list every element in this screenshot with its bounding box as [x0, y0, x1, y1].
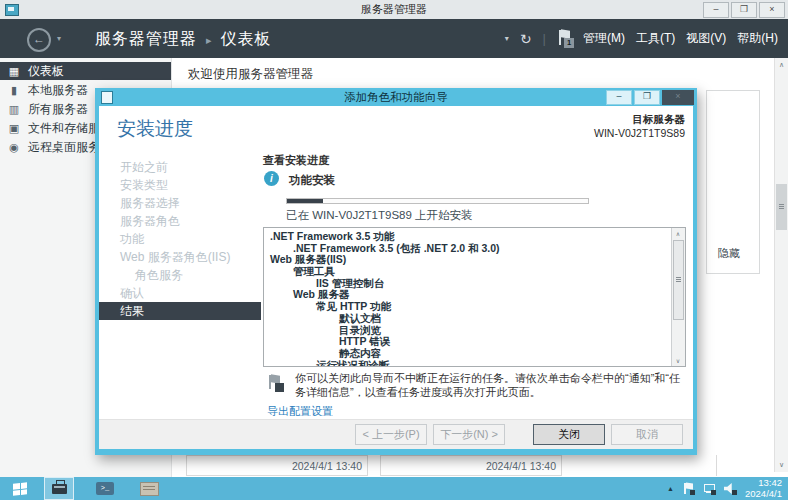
- list-scrollbar-thumb[interactable]: [673, 240, 684, 320]
- close-button[interactable]: 关闭: [533, 424, 605, 445]
- feature-item: 静态内容: [264, 348, 671, 360]
- back-arrow-icon: ←: [33, 32, 45, 46]
- volume-icon[interactable]: [724, 482, 737, 495]
- back-button[interactable]: ←: [27, 28, 51, 52]
- server-icon: ▮: [7, 84, 21, 97]
- server-dropdown-icon[interactable]: ▾: [505, 34, 509, 43]
- desktop: 服务器管理器 – ❐ × ← ▾ 服务器管理器▸仪表板 ▾ ↻ | 1 管理(M…: [0, 0, 788, 500]
- notifications-flag-icon[interactable]: 1: [557, 29, 572, 48]
- feature-item: 管理工具: [264, 266, 671, 278]
- refresh-icon[interactable]: ↻: [520, 31, 532, 47]
- header-separator: |: [543, 31, 546, 46]
- clock-date: 2024/4/1: [745, 489, 782, 500]
- powershell-icon: >_: [96, 482, 114, 495]
- list-scroll-up-icon[interactable]: ∧: [672, 230, 684, 237]
- file-storage-icon: ▣: [7, 122, 21, 135]
- dialog-restore-button[interactable]: ❐: [634, 90, 660, 105]
- wizard-step-results[interactable]: 结果: [99, 302, 261, 320]
- menu-tools[interactable]: 工具(T): [636, 30, 675, 47]
- progress-fill: [287, 199, 323, 203]
- dialog-icon: [101, 91, 113, 104]
- main-scrollbar[interactable]: ∧ ∨: [774, 58, 788, 472]
- window-titlebar: 服务器管理器 – ❐ ×: [0, 0, 788, 20]
- feature-item: .NET Framework 3.5 功能: [264, 231, 671, 243]
- dialog-controls: – ❐ ×: [606, 90, 694, 105]
- target-server-label: 目标服务器: [594, 113, 685, 127]
- system-tray: ▲ 13:42 2024/4/1: [667, 478, 788, 499]
- target-server-block: 目标服务器 WIN-V0J2T1T9S89: [594, 113, 685, 139]
- taskbar: >_ ▲ 13:42 2024/4/1: [0, 477, 788, 500]
- feature-rows: .NET Framework 3.5 功能 .NET Framework 3.5…: [264, 231, 671, 367]
- wizard-step-before-begin[interactable]: 开始之前: [99, 158, 261, 176]
- wizard-step-features[interactable]: 功能: [99, 230, 261, 248]
- previous-button[interactable]: < 上一步(P): [355, 424, 427, 445]
- breadcrumb-current: 仪表板: [221, 30, 272, 47]
- wizard-step-install-type[interactable]: 安装类型: [99, 176, 261, 194]
- servers-icon: ▥: [7, 103, 21, 116]
- wizard-step-role-services[interactable]: 角色服务: [99, 266, 261, 284]
- note-flag-icon: [267, 374, 282, 392]
- start-button[interactable]: [0, 477, 40, 500]
- tile-timestamp-text: 2024/4/1 13:40: [292, 460, 362, 472]
- view-progress-label: 查看安装进度: [263, 153, 329, 168]
- menu-view[interactable]: 视图(V): [686, 30, 726, 47]
- scroll-down-icon[interactable]: ∨: [775, 461, 788, 469]
- dashboard-tile-timestamp: 2024/4/1 13:40: [186, 455, 368, 476]
- breadcrumb: 服务器管理器▸仪表板: [95, 19, 272, 60]
- tray-expand-icon[interactable]: ▲: [667, 485, 674, 492]
- scroll-up-icon[interactable]: ∧: [775, 61, 788, 69]
- dialog-titlebar: 添加角色和功能向导 – ❐ ×: [95, 88, 697, 106]
- header-toolbar: ▾ ↻ | 1 管理(M) 工具(T) 视图(V) 帮助(H): [505, 19, 778, 58]
- cancel-button[interactable]: 取消: [611, 424, 683, 445]
- menu-help[interactable]: 帮助(H): [737, 30, 778, 47]
- menu-manage[interactable]: 管理(M): [583, 30, 625, 47]
- folder-icon: [140, 482, 159, 496]
- wizard-dialog: 添加角色和功能向导 – ❐ × 安装进度 目标服务器 WIN-V0J2T1T9S…: [95, 88, 697, 455]
- dialog-body: 安装进度 目标服务器 WIN-V0J2T1T9S89 开始之前 安装类型 服务器…: [99, 106, 693, 449]
- scrollbar-thumb[interactable]: [776, 184, 787, 230]
- server-manager-icon: [52, 484, 67, 494]
- window-restore-button[interactable]: ❐: [731, 2, 757, 18]
- feature-list[interactable]: .NET Framework 3.5 功能 .NET Framework 3.5…: [263, 227, 686, 367]
- wizard-main: 查看安装进度 i 功能安装 已在 WIN-V0J2T1T9S89 上开始安装 .…: [259, 150, 689, 419]
- wizard-step-server-roles[interactable]: 服务器角色: [99, 212, 261, 230]
- window-title: 服务器管理器: [0, 0, 788, 19]
- wizard-step-server-selection[interactable]: 服务器选择: [99, 194, 261, 212]
- back-dropdown-icon[interactable]: ▾: [57, 34, 61, 43]
- tile-divider: [716, 455, 717, 476]
- feature-item: 目录浏览: [264, 325, 671, 337]
- clock-time: 13:42: [745, 478, 782, 489]
- wizard-step-confirmation[interactable]: 确认: [99, 284, 261, 302]
- window-close-button[interactable]: ×: [759, 2, 785, 18]
- taskbar-powershell[interactable]: >_: [90, 477, 120, 500]
- breadcrumb-root[interactable]: 服务器管理器: [95, 30, 197, 47]
- next-button[interactable]: 下一步(N) >: [433, 424, 505, 445]
- windows-logo-icon: [13, 482, 27, 495]
- export-config-link[interactable]: 导出配置设置: [267, 404, 333, 419]
- hide-link[interactable]: 隐藏: [718, 246, 740, 261]
- remote-desktop-icon: ◉: [7, 141, 21, 154]
- sidebar-item-label: 仪表板: [28, 63, 64, 80]
- taskbar-server-manager[interactable]: [44, 477, 74, 500]
- sidebar-item-dashboard[interactable]: ▦ 仪表板: [0, 62, 171, 80]
- sidebar-item-label: 所有服务器: [28, 101, 88, 118]
- list-scroll-down-icon[interactable]: ∨: [672, 357, 684, 364]
- dialog-close-button[interactable]: ×: [662, 90, 694, 105]
- sidebar-item-label: 本地服务器: [28, 82, 88, 99]
- feature-install-label: 功能安装: [289, 173, 335, 188]
- sidebar-item-label: 远程桌面服务: [28, 139, 100, 156]
- window-controls: – ❐ ×: [703, 2, 785, 18]
- window-minimize-button[interactable]: –: [703, 2, 729, 18]
- taskbar-clock[interactable]: 13:42 2024/4/1: [745, 478, 782, 499]
- list-scrollbar[interactable]: ∧ ∨: [671, 228, 685, 366]
- dashboard-tile-timestamp: 2024/4/1 13:40: [380, 455, 562, 476]
- network-icon[interactable]: [703, 482, 716, 495]
- taskbar-explorer[interactable]: [134, 477, 164, 500]
- tile-timestamp-text: 2024/4/1 13:40: [486, 460, 556, 472]
- dialog-minimize-button[interactable]: –: [606, 90, 632, 105]
- action-center-icon[interactable]: [682, 482, 695, 495]
- wizard-step-web-server-role[interactable]: Web 服务器角色(IIS): [99, 248, 261, 266]
- target-server-name: WIN-V0J2T1T9S89: [594, 127, 685, 139]
- breadcrumb-chevron-icon: ▸: [206, 34, 212, 46]
- notification-badge: 1: [564, 38, 574, 48]
